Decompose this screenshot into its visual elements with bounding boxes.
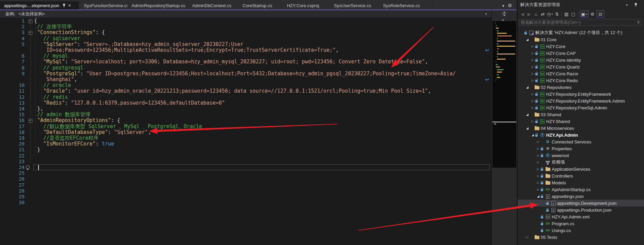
tree-item[interactable]: ▷⚒Properties <box>518 145 644 152</box>
chevron-collapsed-icon[interactable]: ▷ <box>536 147 540 150</box>
tree-item[interactable]: ▷C#HZY.Core.Razor <box>518 70 644 77</box>
editor-tab[interactable]: AdminRepositoryStartup.cs <box>127 1 187 10</box>
tree-item[interactable]: ▷C#HZY.Core.CAP <box>518 50 644 57</box>
chevron-collapsed-icon[interactable]: ▷ <box>531 58 535 62</box>
chevron-collapsed-icon[interactable]: ▷ <box>531 92 535 96</box>
tree-item[interactable]: ◢HZY.Api.Admin <box>518 132 644 138</box>
fold-marker[interactable] <box>29 19 32 23</box>
tree-item[interactable]: C#Usings.cs <box>518 227 644 234</box>
lightbulb-icon[interactable] <box>26 165 30 169</box>
tree-item[interactable]: ◢02 Repositories <box>518 84 644 91</box>
filter-funnel-icon[interactable]: ∇ <box>637 20 640 25</box>
chevron-expanded-icon[interactable]: ◢ <box>531 133 535 137</box>
show-all-files-button[interactable]: ▤ <box>564 11 569 17</box>
chevron-expanded-icon[interactable]: ◢ <box>525 38 530 41</box>
minimap-document[interactable] <box>492 21 516 168</box>
sync-with-active-document-button[interactable]: ⇄ <box>540 11 546 17</box>
chevron-collapsed-icon[interactable]: ▷ <box>525 235 530 239</box>
solution-search-input[interactable] <box>519 20 637 25</box>
chevron-expanded-icon[interactable]: ◢ <box>525 113 530 116</box>
pin-icon[interactable] <box>62 3 66 7</box>
view-selector-button[interactable]: ▣▾ <box>580 11 588 17</box>
editor-tab[interactable]: SysUserService.cs <box>330 1 378 10</box>
fold-marker[interactable] <box>29 31 32 35</box>
architecture-combo[interactable]: <未选择架构> <box>18 11 45 17</box>
json-icon: {} <box>545 194 551 199</box>
tree-item[interactable]: ▷C#ApiAdminStartup.cs <box>518 186 644 193</box>
chevron-expanded-icon[interactable]: ◢ <box>536 195 540 198</box>
tree-item[interactable]: {}appsettings.Production.json <box>518 206 644 213</box>
tree-item[interactable]: 解决方案 'HZY.Admin' (12 个项目，共 12 个) <box>518 29 644 36</box>
chevron-collapsed-icon[interactable]: ▷ <box>536 188 540 191</box>
tree-item[interactable]: C#Program.cs <box>518 220 644 227</box>
copy-view-button[interactable]: ▢ <box>570 11 576 17</box>
line-number: 27 <box>0 182 25 188</box>
tree-item[interactable]: ▷C#HZY.Shared <box>518 118 644 125</box>
tree-item[interactable]: ◢04 Microservices <box>518 125 644 132</box>
sync-button[interactable]: ⇅ <box>554 11 559 17</box>
tree-item[interactable]: ▷05 Tests <box>518 234 644 241</box>
tree-item[interactable]: ◢{}appsettings.json <box>518 193 644 200</box>
tree-item[interactable]: ▷C#HZY.Repository.EntityFramework <box>518 91 644 97</box>
chevron-collapsed-icon[interactable]: ▷ <box>531 65 535 68</box>
editor-tab[interactable]: HZY.Core.csproj <box>283 1 329 10</box>
minimap-line <box>496 28 499 29</box>
chevron-collapsed-icon[interactable]: ▷ <box>531 45 535 48</box>
chevron-expanded-icon[interactable]: ◢ <box>525 126 530 130</box>
fold-marker[interactable] <box>29 119 32 123</box>
tree-item[interactable]: ▷C#HZY.Core <box>518 43 644 50</box>
chevron-collapsed-icon[interactable]: ▷ <box>536 174 540 178</box>
tree-item-label: HZY.Api.Admin.xml <box>552 214 589 219</box>
tree-item[interactable]: ◢03 Shared <box>518 111 644 118</box>
tree-item[interactable]: </>HZY.Api.Admin.xml <box>518 213 644 220</box>
chevron-collapsed-icon[interactable]: ▷ <box>531 106 535 109</box>
tree-item[interactable]: ▷C#HZY.Core.Quartz <box>518 63 644 70</box>
chevron-collapsed-icon[interactable]: ▷ <box>531 72 535 75</box>
tree-item[interactable]: ▷Controllers <box>518 172 644 179</box>
tree-item[interactable]: {}appsettings.Development.json <box>518 200 644 206</box>
chevron-collapsed-icon[interactable]: ▷ <box>531 99 535 103</box>
tree-item[interactable]: ▷C#HZY.Core.Identity <box>518 57 644 63</box>
tab-list-dropdown-icon[interactable]: ▾ <box>502 3 504 8</box>
editor-tab[interactable]: SysFunctionService.cs <box>80 1 127 10</box>
tree-item[interactable]: ▷⚙Connected Services <box>518 138 644 145</box>
architecture-dropdown-icon[interactable]: ▾ <box>485 12 487 16</box>
editor-tab[interactable]: AdminDbContext.cs <box>188 1 238 10</box>
tree-item[interactable]: ▷wwwroot <box>518 152 644 159</box>
tree-item[interactable]: ▷Models <box>518 179 644 186</box>
tree-item[interactable]: ▷C#HZY.Repository.FreeSql.Admin <box>518 104 644 111</box>
chevron-collapsed-icon[interactable]: ▷ <box>536 167 540 171</box>
tab-label: SysFunctionService.cs <box>84 3 129 8</box>
minimap-scrollbar[interactable]: ▲ <box>492 18 517 245</box>
chevron-collapsed-icon[interactable]: ▷ <box>531 51 535 55</box>
editor-tab[interactable]: appsettings....elopment.json× <box>0 1 79 10</box>
editor-tab[interactable]: SysRoleService.cs <box>379 1 433 10</box>
close-icon[interactable]: × <box>68 3 71 8</box>
code-editor-surface[interactable]: 1{2// 连接字符串3"ConnectionStrings": {4// sq… <box>0 18 492 245</box>
pending-changes-filter-button[interactable]: ◷▾ <box>547 11 553 17</box>
split-editor-handle[interactable] <box>501 11 507 17</box>
tree-item[interactable]: ▷ApplicationServices <box>518 166 644 172</box>
chevron-collapsed-icon[interactable]: ▷ <box>536 154 540 157</box>
home-button[interactable]: ⌂ <box>533 11 539 17</box>
editor-tab[interactable]: CoreStartup.cs <box>239 1 282 10</box>
chevron-collapsed-icon[interactable]: ▷ <box>531 79 535 82</box>
chevron-collapsed-icon[interactable]: ▷ <box>531 120 535 123</box>
chevron-expanded-icon[interactable]: ◢ <box>525 86 530 89</box>
forward-button[interactable]: ▶ <box>526 11 532 17</box>
tree-item[interactable]: ▷C#HZY.Repository.EntityFramework.Admin <box>518 97 644 104</box>
chevron-collapsed-icon[interactable]: ▷ <box>536 160 540 164</box>
tree-item[interactable]: ◢01 Core <box>518 36 644 43</box>
pin-icon[interactable] <box>634 3 638 7</box>
properties-button[interactable]: ⚙ <box>590 11 595 17</box>
tree-item[interactable]: ▷C#HZY.Core.Redis <box>518 77 644 84</box>
lock-none <box>540 139 545 144</box>
back-button[interactable]: ◀ <box>520 11 525 17</box>
tab-options-gear-icon[interactable]: ⚙ <box>508 3 512 8</box>
window-dropdown-icon[interactable]: ▾ <box>626 3 628 7</box>
tree-item[interactable]: ▷依赖项 <box>518 159 644 166</box>
chevron-collapsed-icon[interactable]: ▷ <box>536 181 540 184</box>
collapse-all-button[interactable]: ⊟ <box>597 11 604 17</box>
chevron-collapsed-icon[interactable]: ▷ <box>536 140 540 143</box>
lock-icon <box>535 105 539 110</box>
